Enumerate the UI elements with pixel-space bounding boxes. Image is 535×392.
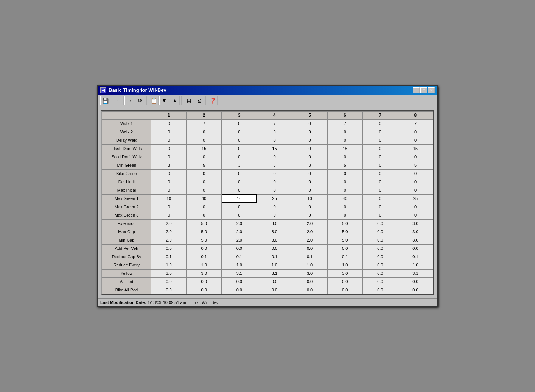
cell-r17-c2[interactable]: 1.0 <box>222 261 257 269</box>
cell-r6-c3[interactable]: 0 <box>257 169 292 178</box>
cell-r18-c0[interactable]: 3.0 <box>151 269 187 277</box>
cell-r14-c2[interactable]: 2.0 <box>222 236 257 244</box>
cell-r4-c1[interactable]: 0 <box>187 153 222 161</box>
cell-r1-c1[interactable]: 0 <box>187 128 222 136</box>
cell-r2-c7[interactable]: 0 <box>398 136 433 144</box>
cell-r14-c4[interactable]: 2.0 <box>292 236 327 244</box>
cell-r13-c7[interactable]: 3.0 <box>398 228 433 236</box>
cell-r18-c3[interactable]: 3.1 <box>257 269 292 277</box>
cell-r2-c5[interactable]: 0 <box>327 136 362 144</box>
cell-r12-c1[interactable]: 5.0 <box>187 219 222 228</box>
cell-r4-c2[interactable]: 0 <box>222 153 257 161</box>
restore-button[interactable]: □ <box>420 87 427 93</box>
cell-r8-c1[interactable]: 0 <box>187 186 222 194</box>
cell-r10-c5[interactable]: 0 <box>327 203 362 211</box>
grid-button[interactable]: ▦ <box>184 96 193 105</box>
cell-r18-c7[interactable]: 3.1 <box>398 269 433 277</box>
cell-r3-c0[interactable]: 0 <box>151 144 187 153</box>
refresh-button[interactable]: ↺ <box>135 96 145 105</box>
cell-r19-c0[interactable]: 0.0 <box>151 277 187 286</box>
cell-r12-c4[interactable]: 2.0 <box>292 219 327 228</box>
cell-r5-c6[interactable]: 0 <box>362 161 398 169</box>
cell-r16-c5[interactable]: 0.1 <box>327 253 362 261</box>
cell-r13-c3[interactable]: 3.0 <box>257 228 292 236</box>
cell-r12-c7[interactable]: 3.0 <box>398 219 433 228</box>
cell-r15-c6[interactable]: 0.0 <box>362 244 398 253</box>
cell-r6-c2[interactable]: 0 <box>222 169 257 178</box>
cell-r20-c0[interactable]: 0.0 <box>151 286 187 294</box>
cell-r0-c4[interactable]: 0 <box>292 119 327 128</box>
cell-r6-c5[interactable]: 0 <box>327 169 362 178</box>
cell-r18-c6[interactable]: 0.0 <box>362 269 398 277</box>
cell-r7-c6[interactable]: 0 <box>362 178 398 186</box>
cell-r7-c1[interactable]: 0 <box>187 178 222 186</box>
cell-r8-c2[interactable]: 0 <box>222 186 257 194</box>
cell-r7-c0[interactable]: 0 <box>151 178 187 186</box>
save-button[interactable]: 💾 <box>100 96 110 105</box>
up-arrow-button[interactable]: ▲ <box>170 96 180 105</box>
cell-r11-c1[interactable]: 0 <box>187 211 222 219</box>
cell-r16-c0[interactable]: 0.1 <box>151 253 187 261</box>
cell-r3-c6[interactable]: 0 <box>362 144 398 153</box>
cell-r2-c0[interactable]: 0 <box>151 136 187 144</box>
cell-r0-c2[interactable]: 0 <box>222 119 257 128</box>
cell-r19-c5[interactable]: 0.0 <box>327 277 362 286</box>
cell-r0-c5[interactable]: 7 <box>327 119 362 128</box>
cell-r4-c4[interactable]: 0 <box>292 153 327 161</box>
cell-r11-c4[interactable]: 0 <box>292 211 327 219</box>
cell-r1-c6[interactable]: 0 <box>362 128 398 136</box>
cell-r15-c0[interactable]: 0.0 <box>151 244 187 253</box>
cell-r13-c6[interactable]: 0.0 <box>362 228 398 236</box>
cell-r8-c6[interactable]: 0 <box>362 186 398 194</box>
cell-r16-c6[interactable]: 0.0 <box>362 253 398 261</box>
cell-r3-c4[interactable]: 0 <box>292 144 327 153</box>
cell-r15-c1[interactable]: 0.0 <box>187 244 222 253</box>
cell-r15-c2[interactable]: 0.0 <box>222 244 257 253</box>
cell-r1-c7[interactable]: 0 <box>398 128 433 136</box>
cell-r9-c3[interactable]: 25 <box>257 194 292 203</box>
cell-r10-c2[interactable]: 0 <box>222 203 257 211</box>
cell-r11-c7[interactable]: 0 <box>398 211 433 219</box>
cell-r1-c3[interactable]: 0 <box>257 128 292 136</box>
cell-r0-c7[interactable]: 7 <box>398 119 433 128</box>
cell-r10-c7[interactable]: 0 <box>398 203 433 211</box>
cell-r12-c5[interactable]: 5.0 <box>327 219 362 228</box>
cell-r3-c5[interactable]: 15 <box>327 144 362 153</box>
cell-r17-c6[interactable]: 0.0 <box>362 261 398 269</box>
cell-r7-c7[interactable]: 0 <box>398 178 433 186</box>
cell-r6-c1[interactable]: 0 <box>187 169 222 178</box>
cell-r1-c0[interactable]: 0 <box>151 128 187 136</box>
cell-r18-c1[interactable]: 3.0 <box>187 269 222 277</box>
cell-r11-c2[interactable]: 0 <box>222 211 257 219</box>
cell-r4-c3[interactable]: 0 <box>257 153 292 161</box>
cell-r20-c5[interactable]: 0.0 <box>327 286 362 294</box>
cell-r9-c1[interactable]: 40 <box>187 194 222 203</box>
close-button[interactable]: ✕ <box>428 87 435 93</box>
cell-r8-c7[interactable]: 0 <box>398 186 433 194</box>
cell-r6-c4[interactable]: 0 <box>292 169 327 178</box>
cell-r15-c4[interactable]: 0.0 <box>292 244 327 253</box>
cell-r20-c6[interactable]: 0.0 <box>362 286 398 294</box>
cell-r1-c4[interactable]: 0 <box>292 128 327 136</box>
cell-r20-c7[interactable]: 0.0 <box>398 286 433 294</box>
cell-r10-c3[interactable]: 0 <box>257 203 292 211</box>
cell-r6-c7[interactable]: 0 <box>398 169 433 178</box>
cell-r13-c5[interactable]: 5.0 <box>327 228 362 236</box>
cell-r5-c5[interactable]: 5 <box>327 161 362 169</box>
cell-r8-c5[interactable]: 0 <box>327 186 362 194</box>
cell-r14-c0[interactable]: 2.0 <box>151 236 187 244</box>
cell-r19-c3[interactable]: 0.0 <box>257 277 292 286</box>
cell-r19-c4[interactable]: 0.0 <box>292 277 327 286</box>
cell-r5-c7[interactable]: 5 <box>398 161 433 169</box>
cell-r17-c0[interactable]: 1.0 <box>151 261 187 269</box>
cell-r3-c2[interactable]: 0 <box>222 144 257 153</box>
cell-r19-c1[interactable]: 0.0 <box>187 277 222 286</box>
cell-r7-c3[interactable]: 0 <box>257 178 292 186</box>
cell-r18-c2[interactable]: 3.1 <box>222 269 257 277</box>
cell-r10-c4[interactable]: 0 <box>292 203 327 211</box>
cell-r8-c4[interactable]: 0 <box>292 186 327 194</box>
cell-r18-c4[interactable]: 3.0 <box>292 269 327 277</box>
forward-button[interactable]: → <box>124 96 134 105</box>
cell-r10-c6[interactable]: 0 <box>362 203 398 211</box>
cell-r0-c0[interactable]: 0 <box>151 119 187 128</box>
